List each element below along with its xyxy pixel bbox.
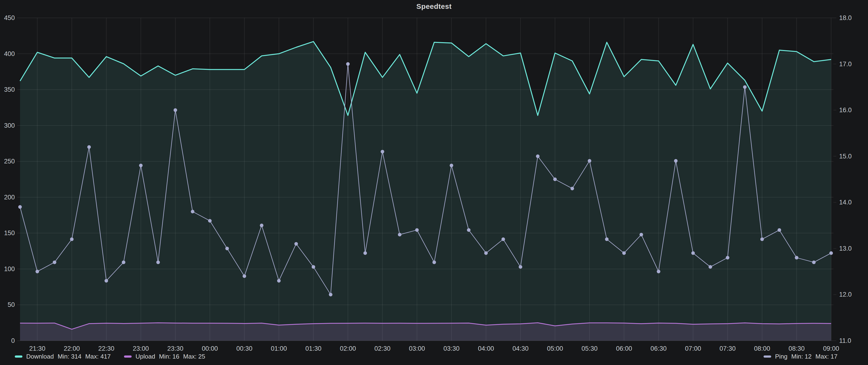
plot-area[interactable]: [20, 18, 833, 341]
right-axis-label: 15.0: [839, 153, 852, 160]
legend: Download Min: 314 Max: 417 Upload Min: 1…: [15, 351, 837, 362]
ping-max: Max: 17: [815, 353, 838, 360]
left-axis-label: 300: [4, 122, 15, 129]
legend-label-ping[interactable]: Ping: [775, 353, 787, 360]
ping-swatch-icon: [764, 356, 771, 358]
left-axis-label: 250: [4, 158, 15, 165]
left-axis-label: 50: [8, 301, 15, 308]
right-axis-label: 12.0: [839, 291, 852, 298]
ping-min: Min: 12: [791, 353, 811, 360]
left-axis-label: 0: [11, 337, 15, 344]
left-axis-label: 450: [4, 14, 15, 22]
right-axis-label: 18.0: [839, 14, 852, 22]
left-axis-label: 150: [4, 229, 15, 237]
download-swatch-icon: [15, 356, 23, 358]
left-axis-label: 200: [4, 194, 15, 201]
left-axis-label: 400: [4, 50, 15, 58]
legend-right-group: Ping Min: 12 Max: 17: [764, 353, 837, 360]
upload-max: Max: 25: [183, 353, 205, 360]
download-min: Min: 314: [58, 353, 82, 360]
legend-item-download[interactable]: Download Min: 314 Max: 417: [15, 353, 111, 360]
right-axis-label: 11.0: [839, 337, 851, 344]
upload-swatch-icon: [124, 356, 132, 358]
legend-item-upload[interactable]: Upload Min: 16 Max: 25: [124, 353, 205, 360]
legend-item-ping[interactable]: Ping Min: 12 Max: 17: [764, 353, 837, 360]
right-axis-label: 17.0: [839, 61, 852, 68]
left-axis-label: 350: [4, 86, 15, 93]
left-axis-label: 100: [4, 265, 15, 272]
right-axis-label: 14.0: [839, 199, 852, 206]
legend-left-group: Download Min: 314 Max: 417 Upload Min: 1…: [15, 353, 205, 360]
upload-min: Min: 16: [159, 353, 179, 360]
right-axis-label: 16.0: [839, 106, 852, 114]
legend-label-upload[interactable]: Upload: [135, 353, 155, 360]
right-axis-label: 13.0: [839, 245, 852, 252]
legend-label-download[interactable]: Download: [26, 353, 54, 360]
download-max: Max: 417: [85, 353, 111, 360]
